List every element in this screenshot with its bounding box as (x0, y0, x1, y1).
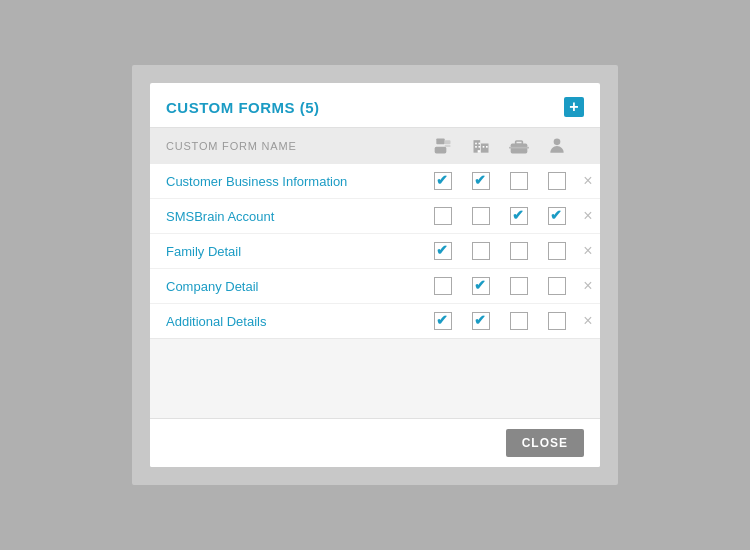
checkbox-cell[interactable] (424, 199, 462, 234)
checkbox-cell[interactable] (424, 269, 462, 304)
add-button[interactable]: + (564, 97, 584, 117)
svg-rect-8 (475, 146, 477, 148)
col-header-person (538, 128, 576, 164)
delete-button[interactable]: × (583, 313, 592, 329)
delete-button[interactable]: × (583, 208, 592, 224)
checkbox[interactable] (472, 172, 490, 190)
row-name: SMSBrain Account (150, 199, 424, 234)
empty-area (150, 338, 600, 418)
checkbox[interactable] (548, 277, 566, 295)
table-header-row: CUSTOM FORM NAME (150, 128, 600, 164)
checkbox[interactable] (434, 312, 452, 330)
delete-cell[interactable]: × (576, 269, 600, 304)
svg-rect-7 (479, 143, 481, 145)
checkbox-cell[interactable] (462, 199, 500, 234)
svg-rect-15 (509, 147, 529, 149)
modal-footer: CLOSE (150, 418, 600, 467)
svg-rect-0 (436, 139, 444, 145)
delete-button[interactable]: × (583, 243, 592, 259)
checkbox-cell[interactable] (538, 269, 576, 304)
modal-inner: CUSTOM FORMS (5) + CUSTOM FORM NAME (150, 83, 600, 467)
table-row: Additional Details× (150, 304, 600, 339)
checkbox[interactable] (472, 207, 490, 225)
delete-cell[interactable]: × (576, 164, 600, 199)
col-header-contact (424, 128, 462, 164)
delete-cell[interactable]: × (576, 304, 600, 339)
checkbox[interactable] (434, 172, 452, 190)
checkbox[interactable] (510, 277, 528, 295)
close-button[interactable]: CLOSE (506, 429, 584, 457)
checkbox[interactable] (548, 312, 566, 330)
delete-button[interactable]: × (583, 278, 592, 294)
checkbox[interactable] (510, 312, 528, 330)
col-header-name: CUSTOM FORM NAME (150, 128, 424, 164)
checkbox-cell[interactable] (538, 199, 576, 234)
row-name: Family Detail (150, 234, 424, 269)
checkbox-cell[interactable] (424, 304, 462, 339)
checkbox-cell[interactable] (538, 164, 576, 199)
checkbox-cell[interactable] (462, 234, 500, 269)
contact-icon (433, 136, 453, 156)
row-name: Customer Business Information (150, 164, 424, 199)
checkbox[interactable] (510, 207, 528, 225)
row-name: Additional Details (150, 304, 424, 339)
modal-title: CUSTOM FORMS (5) (166, 99, 320, 116)
delete-button[interactable]: × (583, 173, 592, 189)
checkbox[interactable] (434, 242, 452, 260)
table-row: SMSBrain Account× (150, 199, 600, 234)
checkbox[interactable] (472, 242, 490, 260)
checkbox[interactable] (510, 172, 528, 190)
checkbox-cell[interactable] (462, 164, 500, 199)
svg-rect-14 (516, 141, 523, 144)
checkbox[interactable] (472, 277, 490, 295)
person-icon (547, 136, 567, 156)
checkbox[interactable] (548, 242, 566, 260)
custom-forms-table: CUSTOM FORM NAME (150, 128, 600, 338)
svg-rect-3 (445, 145, 451, 147)
checkbox-cell[interactable] (424, 164, 462, 199)
table-row: Customer Business Information× (150, 164, 600, 199)
row-name: Company Detail (150, 269, 424, 304)
checkbox-cell[interactable] (462, 304, 500, 339)
checkbox[interactable] (548, 172, 566, 190)
col-header-delete (576, 128, 600, 164)
svg-rect-10 (483, 146, 485, 148)
delete-cell[interactable]: × (576, 199, 600, 234)
checkbox[interactable] (472, 312, 490, 330)
svg-rect-11 (486, 146, 488, 148)
svg-rect-2 (445, 140, 451, 144)
checkbox[interactable] (434, 207, 452, 225)
checkbox-cell[interactable] (462, 269, 500, 304)
checkbox-cell[interactable] (500, 269, 538, 304)
checkbox-cell[interactable] (500, 164, 538, 199)
delete-cell[interactable]: × (576, 234, 600, 269)
svg-rect-6 (475, 143, 477, 145)
col-header-building (462, 128, 500, 164)
table-row: Family Detail× (150, 234, 600, 269)
modal-header: CUSTOM FORMS (5) + (150, 83, 600, 128)
modal-title-text: CUSTOM FORMS (166, 99, 295, 116)
checkbox-cell[interactable] (500, 199, 538, 234)
table-row: Company Detail× (150, 269, 600, 304)
col-header-briefcase (500, 128, 538, 164)
checkbox-cell[interactable] (538, 234, 576, 269)
svg-point-16 (554, 139, 561, 146)
checkbox-cell[interactable] (500, 234, 538, 269)
checkbox-cell[interactable] (500, 304, 538, 339)
svg-rect-9 (479, 146, 481, 148)
briefcase-icon (509, 136, 529, 156)
checkbox[interactable] (510, 242, 528, 260)
modal-count: (5) (300, 99, 320, 116)
building-icon (471, 136, 491, 156)
checkbox[interactable] (548, 207, 566, 225)
modal-container: CUSTOM FORMS (5) + CUSTOM FORM NAME (130, 63, 620, 487)
checkbox-cell[interactable] (538, 304, 576, 339)
svg-rect-1 (435, 147, 447, 154)
svg-rect-12 (478, 150, 481, 153)
checkbox[interactable] (434, 277, 452, 295)
svg-rect-5 (481, 144, 489, 153)
checkbox-cell[interactable] (424, 234, 462, 269)
